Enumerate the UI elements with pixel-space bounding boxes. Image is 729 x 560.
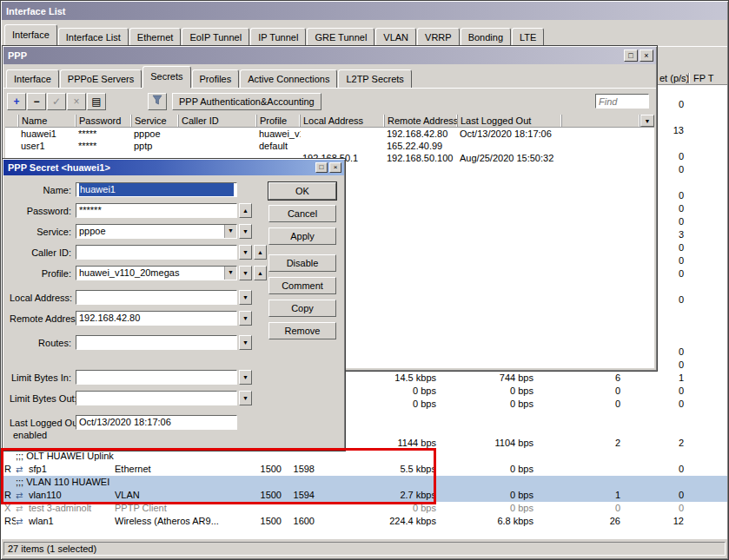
- secret-row[interactable]: huawei1*****pppoehuawei_v1...192.168.42.…: [5, 128, 654, 140]
- cell-remote_address: 192.168.42.80: [385, 128, 458, 140]
- interface-list-tab-eoip-tunnel[interactable]: EoIP Tunnel: [182, 28, 249, 46]
- ppp-tab-l2tp-secrets[interactable]: L2TP Secrets: [338, 69, 411, 88]
- service-field[interactable]: pppoe▼: [76, 224, 237, 239]
- column-select-button[interactable]: ▼: [640, 115, 654, 127]
- interface-list-tab-interface[interactable]: Interface: [4, 24, 57, 46]
- rx-packet-cell: 1: [622, 372, 686, 385]
- routes-field[interactable]: [76, 335, 237, 350]
- cell-profile: default: [257, 140, 301, 152]
- interface-list-tab-vrrp[interactable]: VRRP: [417, 28, 460, 46]
- dialog-titlebar[interactable]: PPP Secret <huawei1> □ ×: [3, 160, 344, 175]
- interface-list-tab-bonding[interactable]: Bonding: [461, 28, 511, 46]
- limit-bytes-out-field[interactable]: [76, 391, 237, 405]
- icon-cell: ⇄: [16, 515, 29, 528]
- enable-button[interactable]: ✓: [47, 93, 66, 110]
- remove-button[interactable]: Remove: [268, 322, 336, 339]
- column-header-service[interactable]: Service: [132, 115, 179, 127]
- interface-list-title: Interface List: [6, 6, 725, 16]
- caller-id-field[interactable]: [76, 245, 237, 260]
- up-arrow-button[interactable]: ▲: [239, 203, 252, 218]
- interface-list-tabbar: InterfaceInterface ListEthernetEoIP Tunn…: [2, 20, 727, 46]
- ppp-tab-pppoe-servers[interactable]: PPPoE Servers: [60, 69, 142, 88]
- maximize-icon[interactable]: □: [624, 49, 638, 62]
- local-address-field[interactable]: [76, 290, 237, 305]
- disable-button[interactable]: Disable: [268, 254, 336, 272]
- fp-tx-cell: [686, 124, 727, 137]
- interface-list-tab-ip-tunnel[interactable]: IP Tunnel: [250, 28, 306, 46]
- tx-cell: 224.4 kbps: [316, 515, 438, 528]
- column-header-password[interactable]: Password: [76, 115, 132, 127]
- column-header-remote-address[interactable]: Remote Address: [385, 115, 458, 127]
- copy-button[interactable]: Copy: [268, 300, 336, 317]
- interface-row[interactable]: RS⇄wlan1Wireless (Atheros AR9...15001600…: [2, 515, 727, 528]
- ppp-tab-interface[interactable]: Interface: [6, 69, 59, 88]
- combo-arrow-icon[interactable]: ▼: [224, 267, 236, 280]
- add-button[interactable]: +: [7, 93, 26, 110]
- down-arrow-button[interactable]: ▼: [239, 391, 252, 405]
- maximize-icon[interactable]: □: [315, 162, 328, 173]
- limit-bytes-in-label: Limit Bytes In:: [10, 372, 76, 383]
- fp-tx-cell: [686, 398, 727, 411]
- remote-address-field[interactable]: 192.168.42.80: [76, 311, 237, 326]
- apply-button[interactable]: Apply: [268, 227, 336, 245]
- down-arrow-button[interactable]: ▼: [239, 224, 252, 239]
- close-icon[interactable]: ×: [640, 49, 653, 62]
- comment-button[interactable]: ▤: [87, 93, 106, 110]
- name-field[interactable]: huawei1: [76, 182, 237, 197]
- find-input[interactable]: [595, 94, 649, 109]
- interface-list-tab-interface-list[interactable]: Interface List: [58, 28, 129, 46]
- interface-list-tab-gre-tunnel[interactable]: GRE Tunnel: [307, 28, 374, 46]
- column-header-name[interactable]: Name: [19, 115, 76, 127]
- column-header-flags[interactable]: [5, 115, 19, 127]
- tx-packet-cell: 1: [535, 489, 622, 502]
- down-arrow-button[interactable]: ▼: [239, 290, 252, 305]
- interface-list-tab-vlan[interactable]: VLAN: [375, 28, 416, 46]
- rx-packet-cell: [622, 424, 686, 437]
- secret-row[interactable]: user1*****pptpdefault165.22.40.99: [5, 140, 654, 152]
- column-header-last-logged-out[interactable]: Last Logged Out: [458, 115, 562, 127]
- down-arrow-button[interactable]: ▼: [239, 311, 252, 326]
- ppp-tab-active-connections[interactable]: Active Connections: [240, 69, 337, 88]
- password-field[interactable]: ******: [76, 203, 237, 218]
- cell-password: *****: [76, 128, 132, 140]
- cell-profile: huawei_v1...: [257, 128, 301, 140]
- interface-list-titlebar[interactable]: Interface List: [2, 2, 727, 20]
- down-arrow-button[interactable]: ▼: [239, 335, 252, 350]
- column-separator: [688, 73, 689, 83]
- disable-button[interactable]: ×: [67, 93, 86, 110]
- column-header-fp-tx-fragment[interactable]: FP T: [693, 73, 713, 84]
- cancel-button[interactable]: Cancel: [268, 205, 336, 222]
- fp-tx-cell: [686, 346, 727, 359]
- combo-arrow-icon[interactable]: ▼: [224, 225, 236, 238]
- up-arrow-button[interactable]: ▲: [254, 245, 267, 260]
- interface-list-tab-ethernet[interactable]: Ethernet: [129, 28, 182, 46]
- rx-cell: 0 bps: [438, 502, 535, 515]
- rx-packet-cell: 0: [622, 385, 686, 398]
- down-arrow-button[interactable]: ▼: [239, 245, 252, 260]
- ppp-auth-button[interactable]: PPP Authentication&Accounting: [172, 93, 321, 110]
- dialog-field-row: Limit Bytes In:▼: [10, 370, 338, 385]
- profile-field[interactable]: huawei_v110_20megas▼: [76, 266, 237, 280]
- interface-list-tab-lte[interactable]: LTE: [512, 28, 544, 46]
- filter-button[interactable]: [148, 93, 167, 110]
- down-arrow-button[interactable]: ▼: [239, 266, 252, 280]
- column-header-caller-id[interactable]: Caller ID: [179, 115, 257, 127]
- fp-tx-cell: [686, 267, 727, 280]
- ppp-tab-secrets[interactable]: Secrets: [142, 66, 190, 88]
- down-arrow-button[interactable]: ▼: [239, 370, 252, 385]
- column-header-profile[interactable]: Profile: [257, 115, 301, 127]
- rx-cell: 1104 bps: [438, 437, 535, 450]
- ppp-tab-profiles[interactable]: Profiles: [192, 69, 240, 88]
- close-icon[interactable]: ×: [329, 162, 341, 173]
- remove-button[interactable]: −: [27, 93, 46, 110]
- column-header-local-address[interactable]: Local Address: [301, 115, 385, 127]
- ok-button[interactable]: OK: [268, 182, 336, 200]
- rx-packet-cell: 0: [622, 502, 686, 515]
- ppp-title: PPP: [8, 50, 622, 61]
- ppp-titlebar[interactable]: PPP □ ×: [3, 47, 656, 64]
- dialog-title: PPP Secret <huawei1>: [8, 162, 314, 173]
- limit-bytes-in-field[interactable]: [76, 370, 237, 385]
- up-arrow-button[interactable]: ▲: [254, 266, 267, 280]
- comment-button[interactable]: Comment: [268, 277, 336, 294]
- column-header-rx-packet-fragment[interactable]: et (p/s): [659, 73, 689, 84]
